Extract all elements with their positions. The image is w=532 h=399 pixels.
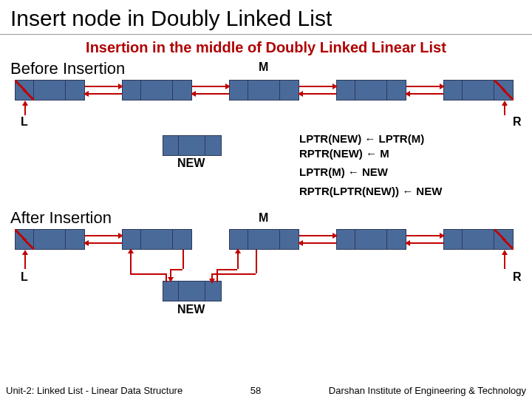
node-2 [122, 80, 192, 100]
label-R-after: R [513, 270, 522, 284]
link-arrow [170, 269, 171, 281]
link-arrow [406, 93, 443, 95]
link-arrow [130, 250, 132, 273]
link-arrow [299, 93, 336, 95]
node-4 [336, 80, 406, 100]
op-line: LPTR(M) ← NEW [299, 165, 442, 180]
link-arrow [183, 250, 184, 269]
link-arrow [299, 86, 336, 87]
link-arrow [216, 269, 218, 282]
subtitle: Insertion in the middle of Doubly Linked… [0, 35, 532, 58]
before-stage: M L R NEW LPTR(NEW) ← LPTR(M) RPTR(NEW) … [0, 80, 532, 198]
link-arrow [166, 273, 167, 282]
link-arrow [406, 86, 443, 87]
link-arrow [256, 250, 257, 273]
node-4 [336, 229, 406, 250]
link-arrow [170, 269, 183, 270]
link-arrow [237, 250, 239, 269]
footer: Unit-2: Linked List - Linear Data Struct… [0, 382, 532, 399]
link-arrow [406, 242, 443, 244]
after-stage: M L R NEW [0, 229, 532, 340]
label-m-before: M [259, 61, 268, 74]
label-NEW-after: NEW [177, 303, 205, 316]
link-arrow [299, 242, 336, 244]
link-arrow [130, 273, 166, 275]
pointer-R [504, 251, 505, 269]
page-number: 58 [250, 385, 261, 396]
footer-right: Darshan Institute of Engineering & Techn… [329, 385, 526, 396]
pointer-L [24, 102, 26, 115]
label-L-after: L [21, 270, 28, 284]
label-L-before: L [21, 115, 28, 129]
op-line: RPTR(NEW) ← M [299, 146, 442, 161]
link-arrow [211, 273, 256, 275]
operations-list: LPTR(NEW) ← LPTR(M) RPTR(NEW) ← M LPTR(M… [299, 132, 442, 198]
footer-left: Unit-2: Linked List - Linear Data Struct… [6, 385, 183, 396]
link-arrow [85, 242, 122, 244]
node-M [229, 80, 299, 100]
pointer-R [504, 102, 505, 115]
link-arrow [85, 86, 122, 87]
link-arrow [216, 269, 237, 270]
link-arrow [192, 93, 229, 95]
link-arrow [406, 235, 443, 236]
link-arrow [211, 276, 213, 282]
link-arrow [85, 93, 122, 95]
op-line: RPTR(LPTR(NEW)) ← NEW [299, 184, 442, 199]
label-NEW-before: NEW [177, 157, 205, 170]
label-R-before: R [513, 115, 522, 129]
link-arrow [299, 235, 336, 236]
pointer-L [24, 251, 26, 269]
label-m-after: M [259, 211, 268, 225]
link-arrow [192, 86, 229, 87]
node-NEW-before [163, 135, 222, 156]
page-title: Insert node in Doubly Linked List [0, 0, 532, 35]
op-line: LPTR(NEW) ← LPTR(M) [299, 132, 442, 146]
link-arrow [85, 235, 122, 236]
